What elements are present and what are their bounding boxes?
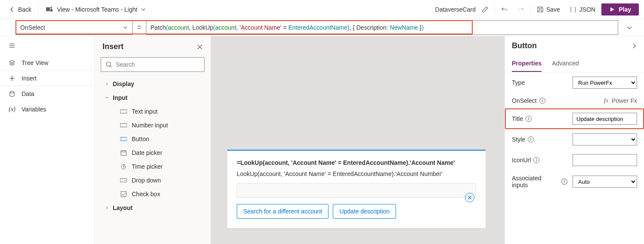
tab-advanced[interactable]: Advanced (552, 56, 579, 72)
json-button[interactable]: { } JSON (566, 4, 599, 15)
tab-properties[interactable]: Properties (512, 56, 542, 72)
close-panel-button[interactable] (197, 44, 203, 50)
formula-bar: OnSelect = Patch(account, LookUp(account… (0, 19, 644, 36)
chevron-right-icon (631, 43, 637, 49)
equals-icon: = (137, 23, 142, 32)
insert-item-drop-down[interactable]: Drop down (95, 173, 211, 187)
insert-search-box[interactable] (101, 57, 204, 72)
nav-item-data[interactable]: Data (0, 86, 94, 102)
save-label: Save (546, 6, 560, 13)
type-select[interactable]: Run PowerFx (573, 77, 637, 89)
nav-item-tree-view[interactable]: Tree View (0, 55, 94, 71)
chevron-down-icon (141, 7, 146, 12)
prop-row-onselect: OnSelect i fx Power Fx (505, 93, 644, 108)
style-select[interactable] (573, 133, 637, 145)
info-icon[interactable]: i (526, 116, 532, 122)
back-button[interactable]: Back (5, 4, 35, 15)
nav-label: Insert (22, 75, 37, 82)
card-line-1: =LookUp(account, 'Account Name' = Entere… (237, 159, 476, 166)
insert-title: Insert (102, 42, 124, 51)
search-different-account-button[interactable]: Search for a different account (237, 204, 328, 219)
info-icon[interactable]: i (533, 157, 539, 163)
undo-button[interactable] (498, 3, 511, 16)
svg-rect-2 (50, 9, 53, 12)
expand-properties-button[interactable] (631, 43, 637, 49)
chevron-down-icon (626, 25, 632, 31)
redo-button (514, 3, 528, 16)
insert-item-text-input[interactable]: Text input (95, 105, 211, 118)
prop-row-type: Type Run PowerFx (505, 72, 644, 93)
date-icon (120, 150, 127, 156)
var-icon: (x) (9, 106, 15, 113)
nav-label: Tree View (22, 59, 48, 66)
chevron-icon (105, 96, 109, 100)
properties-header: Button (505, 36, 644, 56)
property-dropdown[interactable]: OnSelect (15, 20, 133, 35)
dropdown-icon (120, 178, 127, 183)
pencil-icon (482, 6, 489, 13)
info-icon[interactable]: i (528, 136, 534, 142)
braces-icon: { } (570, 6, 577, 13)
divider (495, 4, 495, 15)
insert-item-label: Time picker (132, 163, 163, 170)
top-toolbar: Back View - Microsoft Teams - Light Data… (0, 0, 644, 19)
design-canvas[interactable]: =LookUp(account, 'Account Name' = Entere… (211, 36, 505, 244)
prop-label-assoc: Associated inputs i (512, 175, 567, 188)
info-icon[interactable]: i (561, 179, 567, 185)
insert-item-label: Button (132, 136, 149, 142)
svg-point-8 (121, 139, 122, 139)
title-input[interactable] (573, 113, 637, 125)
prop-row-title: Title i (505, 108, 644, 129)
svg-point-4 (106, 62, 111, 66)
prop-row-assoc: Associated inputs i Auto (505, 170, 644, 193)
card-line-2: LookUp(account, 'Account Name' = Entered… (237, 170, 476, 177)
insert-item-label: Date picker (132, 149, 162, 156)
number-icon (120, 123, 127, 128)
category-input[interactable]: Input (95, 91, 211, 105)
play-icon (609, 6, 615, 12)
redo-icon (517, 6, 524, 13)
update-description-button[interactable]: Update description (333, 204, 396, 219)
card-buttons: Search for a different account Update de… (237, 204, 476, 219)
onselect-fx-label[interactable]: fx Power Fx (604, 97, 637, 104)
main-area: Tree ViewInsertData(x)Variables Insert D… (0, 36, 644, 244)
category-display[interactable]: Display (95, 77, 211, 91)
selected-element-label: Button (512, 41, 537, 50)
assoc-select[interactable]: Auto (573, 176, 637, 188)
svg-rect-12 (121, 191, 126, 197)
text-icon (120, 109, 127, 114)
clear-input-button[interactable] (465, 193, 474, 202)
insert-item-date-picker[interactable]: Date picker (95, 146, 211, 160)
insert-item-number-input[interactable]: Number input (95, 118, 211, 132)
plus-icon (9, 75, 15, 82)
category-label: Input (113, 94, 127, 101)
insert-item-label: Check box (132, 191, 160, 198)
play-button[interactable]: Play (601, 3, 639, 15)
insert-item-check-box[interactable]: Check box (95, 187, 211, 201)
preview-card: =LookUp(account, 'Account Name' = Entere… (227, 150, 486, 228)
undo-icon (501, 6, 508, 13)
formula-input[interactable]: Patch(account, LookUp(account, 'Account … (146, 20, 618, 35)
svg-point-1 (50, 7, 52, 9)
insert-item-button[interactable]: Button (95, 132, 211, 146)
info-icon[interactable]: i (539, 98, 545, 104)
card-text-input[interactable] (237, 183, 476, 198)
insert-search-input[interactable] (116, 61, 200, 68)
expand-formula-button[interactable] (622, 21, 636, 34)
svg-point-3 (10, 91, 14, 93)
close-icon (197, 44, 203, 50)
edit-name-button[interactable] (478, 3, 492, 16)
arrow-left-icon (9, 6, 15, 13)
nav-item-insert[interactable]: Insert (0, 71, 94, 86)
category-layout[interactable]: Layout (95, 201, 211, 215)
collapse-nav-button[interactable] (0, 36, 94, 55)
left-navbar: Tree ViewInsertData(x)Variables (0, 36, 95, 244)
iconurl-input[interactable] (573, 154, 637, 166)
save-button[interactable]: Save (533, 4, 564, 15)
json-label: JSON (579, 6, 595, 13)
view-selector[interactable]: View - Microsoft Teams - Light (42, 4, 149, 15)
divider (38, 4, 39, 15)
insert-item-time-picker[interactable]: Time picker (95, 160, 211, 173)
prop-row-style: Style i (505, 129, 644, 150)
nav-item-variables[interactable]: (x)Variables (0, 102, 94, 117)
